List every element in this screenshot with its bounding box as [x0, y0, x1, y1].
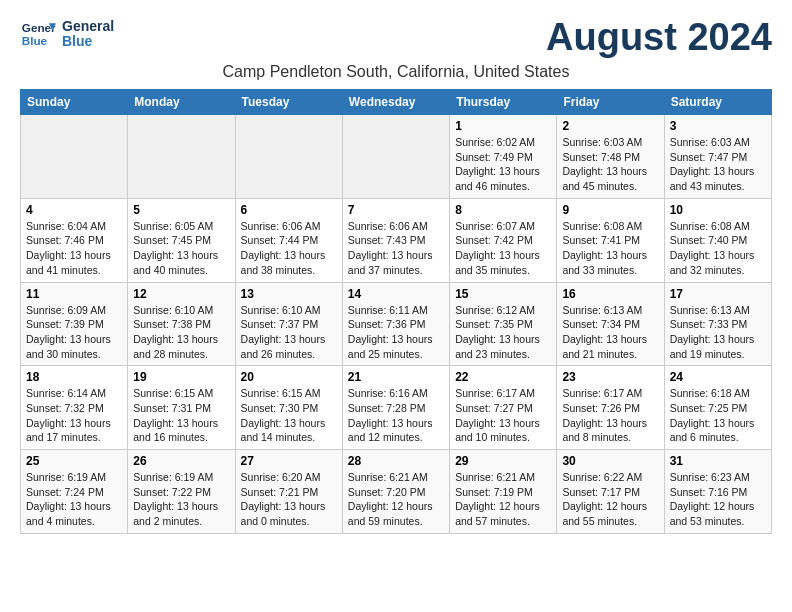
- calendar-cell: 9Sunrise: 6:08 AM Sunset: 7:41 PM Daylig…: [557, 198, 664, 282]
- week-row-2: 4Sunrise: 6:04 AM Sunset: 7:46 PM Daylig…: [21, 198, 772, 282]
- calendar-cell: 24Sunrise: 6:18 AM Sunset: 7:25 PM Dayli…: [664, 366, 771, 450]
- calendar-cell: 3Sunrise: 6:03 AM Sunset: 7:47 PM Daylig…: [664, 115, 771, 199]
- calendar-cell: 23Sunrise: 6:17 AM Sunset: 7:26 PM Dayli…: [557, 366, 664, 450]
- day-number: 7: [348, 203, 444, 217]
- day-number: 18: [26, 370, 122, 384]
- day-number: 27: [241, 454, 337, 468]
- day-number: 12: [133, 287, 229, 301]
- day-info: Sunrise: 6:14 AM Sunset: 7:32 PM Dayligh…: [26, 386, 122, 445]
- calendar-cell: 30Sunrise: 6:22 AM Sunset: 7:17 PM Dayli…: [557, 450, 664, 534]
- calendar-cell: 10Sunrise: 6:08 AM Sunset: 7:40 PM Dayli…: [664, 198, 771, 282]
- day-info: Sunrise: 6:08 AM Sunset: 7:41 PM Dayligh…: [562, 219, 658, 278]
- day-info: Sunrise: 6:15 AM Sunset: 7:31 PM Dayligh…: [133, 386, 229, 445]
- day-info: Sunrise: 6:17 AM Sunset: 7:27 PM Dayligh…: [455, 386, 551, 445]
- calendar-table: SundayMondayTuesdayWednesdayThursdayFrid…: [20, 89, 772, 534]
- day-number: 1: [455, 119, 551, 133]
- day-number: 25: [26, 454, 122, 468]
- day-number: 24: [670, 370, 766, 384]
- day-number: 4: [26, 203, 122, 217]
- logo-general: General: [62, 19, 114, 34]
- calendar-cell: [21, 115, 128, 199]
- calendar-cell: 17Sunrise: 6:13 AM Sunset: 7:33 PM Dayli…: [664, 282, 771, 366]
- day-info: Sunrise: 6:10 AM Sunset: 7:38 PM Dayligh…: [133, 303, 229, 362]
- day-number: 28: [348, 454, 444, 468]
- day-info: Sunrise: 6:11 AM Sunset: 7:36 PM Dayligh…: [348, 303, 444, 362]
- week-row-5: 25Sunrise: 6:19 AM Sunset: 7:24 PM Dayli…: [21, 450, 772, 534]
- svg-text:Blue: Blue: [22, 34, 48, 47]
- day-info: Sunrise: 6:20 AM Sunset: 7:21 PM Dayligh…: [241, 470, 337, 529]
- day-info: Sunrise: 6:08 AM Sunset: 7:40 PM Dayligh…: [670, 219, 766, 278]
- day-number: 6: [241, 203, 337, 217]
- calendar-cell: 4Sunrise: 6:04 AM Sunset: 7:46 PM Daylig…: [21, 198, 128, 282]
- calendar-cell: 8Sunrise: 6:07 AM Sunset: 7:42 PM Daylig…: [450, 198, 557, 282]
- day-info: Sunrise: 6:22 AM Sunset: 7:17 PM Dayligh…: [562, 470, 658, 529]
- day-number: 2: [562, 119, 658, 133]
- week-row-4: 18Sunrise: 6:14 AM Sunset: 7:32 PM Dayli…: [21, 366, 772, 450]
- calendar-cell: 14Sunrise: 6:11 AM Sunset: 7:36 PM Dayli…: [342, 282, 449, 366]
- day-header-saturday: Saturday: [664, 90, 771, 115]
- calendar-cell: 25Sunrise: 6:19 AM Sunset: 7:24 PM Dayli…: [21, 450, 128, 534]
- day-number: 19: [133, 370, 229, 384]
- day-number: 9: [562, 203, 658, 217]
- day-info: Sunrise: 6:02 AM Sunset: 7:49 PM Dayligh…: [455, 135, 551, 194]
- calendar-cell: 28Sunrise: 6:21 AM Sunset: 7:20 PM Dayli…: [342, 450, 449, 534]
- day-number: 29: [455, 454, 551, 468]
- day-number: 3: [670, 119, 766, 133]
- calendar-cell: 29Sunrise: 6:21 AM Sunset: 7:19 PM Dayli…: [450, 450, 557, 534]
- day-number: 13: [241, 287, 337, 301]
- calendar-cell: 15Sunrise: 6:12 AM Sunset: 7:35 PM Dayli…: [450, 282, 557, 366]
- calendar-cell: 18Sunrise: 6:14 AM Sunset: 7:32 PM Dayli…: [21, 366, 128, 450]
- calendar-cell: 31Sunrise: 6:23 AM Sunset: 7:16 PM Dayli…: [664, 450, 771, 534]
- day-header-monday: Monday: [128, 90, 235, 115]
- day-number: 8: [455, 203, 551, 217]
- calendar-cell: 6Sunrise: 6:06 AM Sunset: 7:44 PM Daylig…: [235, 198, 342, 282]
- logo-icon: General Blue: [20, 16, 56, 52]
- logo: General Blue General Blue: [20, 16, 114, 52]
- calendar-cell: 13Sunrise: 6:10 AM Sunset: 7:37 PM Dayli…: [235, 282, 342, 366]
- day-number: 5: [133, 203, 229, 217]
- day-info: Sunrise: 6:17 AM Sunset: 7:26 PM Dayligh…: [562, 386, 658, 445]
- day-header-friday: Friday: [557, 90, 664, 115]
- day-number: 11: [26, 287, 122, 301]
- calendar-cell: [342, 115, 449, 199]
- day-header-sunday: Sunday: [21, 90, 128, 115]
- day-info: Sunrise: 6:13 AM Sunset: 7:33 PM Dayligh…: [670, 303, 766, 362]
- day-number: 31: [670, 454, 766, 468]
- calendar-cell: 21Sunrise: 6:16 AM Sunset: 7:28 PM Dayli…: [342, 366, 449, 450]
- day-info: Sunrise: 6:15 AM Sunset: 7:30 PM Dayligh…: [241, 386, 337, 445]
- day-info: Sunrise: 6:07 AM Sunset: 7:42 PM Dayligh…: [455, 219, 551, 278]
- calendar-cell: 27Sunrise: 6:20 AM Sunset: 7:21 PM Dayli…: [235, 450, 342, 534]
- day-number: 14: [348, 287, 444, 301]
- svg-text:General: General: [22, 21, 56, 34]
- day-info: Sunrise: 6:04 AM Sunset: 7:46 PM Dayligh…: [26, 219, 122, 278]
- week-row-3: 11Sunrise: 6:09 AM Sunset: 7:39 PM Dayli…: [21, 282, 772, 366]
- calendar-cell: 1Sunrise: 6:02 AM Sunset: 7:49 PM Daylig…: [450, 115, 557, 199]
- calendar-cell: 22Sunrise: 6:17 AM Sunset: 7:27 PM Dayli…: [450, 366, 557, 450]
- logo-blue: Blue: [62, 34, 114, 49]
- day-info: Sunrise: 6:23 AM Sunset: 7:16 PM Dayligh…: [670, 470, 766, 529]
- day-info: Sunrise: 6:03 AM Sunset: 7:48 PM Dayligh…: [562, 135, 658, 194]
- day-number: 20: [241, 370, 337, 384]
- day-number: 30: [562, 454, 658, 468]
- day-header-row: SundayMondayTuesdayWednesdayThursdayFrid…: [21, 90, 772, 115]
- calendar-cell: 7Sunrise: 6:06 AM Sunset: 7:43 PM Daylig…: [342, 198, 449, 282]
- day-info: Sunrise: 6:21 AM Sunset: 7:20 PM Dayligh…: [348, 470, 444, 529]
- calendar-cell: [235, 115, 342, 199]
- calendar-cell: [128, 115, 235, 199]
- calendar-cell: 16Sunrise: 6:13 AM Sunset: 7:34 PM Dayli…: [557, 282, 664, 366]
- main-title: August 2024: [546, 16, 772, 59]
- page-header: General Blue General Blue August 2024: [20, 16, 772, 59]
- day-info: Sunrise: 6:06 AM Sunset: 7:44 PM Dayligh…: [241, 219, 337, 278]
- day-header-wednesday: Wednesday: [342, 90, 449, 115]
- calendar-cell: 20Sunrise: 6:15 AM Sunset: 7:30 PM Dayli…: [235, 366, 342, 450]
- calendar-cell: 5Sunrise: 6:05 AM Sunset: 7:45 PM Daylig…: [128, 198, 235, 282]
- day-header-tuesday: Tuesday: [235, 90, 342, 115]
- day-number: 17: [670, 287, 766, 301]
- day-info: Sunrise: 6:19 AM Sunset: 7:22 PM Dayligh…: [133, 470, 229, 529]
- day-number: 15: [455, 287, 551, 301]
- calendar-cell: 12Sunrise: 6:10 AM Sunset: 7:38 PM Dayli…: [128, 282, 235, 366]
- day-info: Sunrise: 6:05 AM Sunset: 7:45 PM Dayligh…: [133, 219, 229, 278]
- day-number: 22: [455, 370, 551, 384]
- calendar-cell: 19Sunrise: 6:15 AM Sunset: 7:31 PM Dayli…: [128, 366, 235, 450]
- day-number: 16: [562, 287, 658, 301]
